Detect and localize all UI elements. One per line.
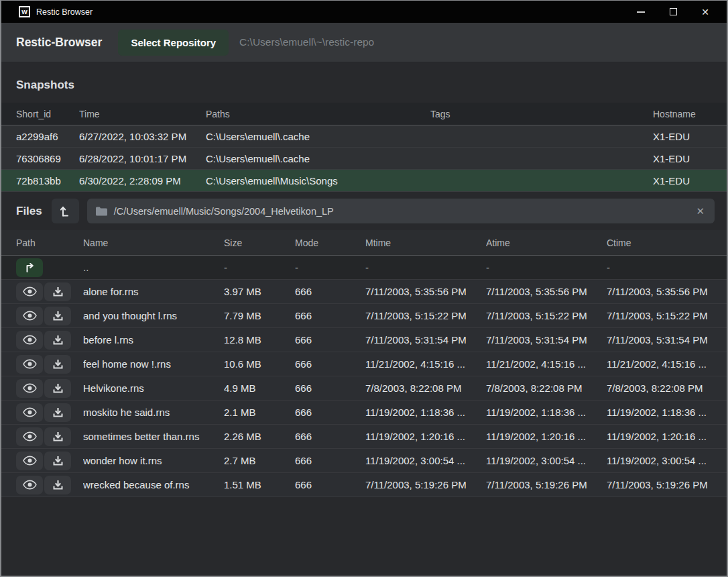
file-mode: 666 — [295, 455, 365, 466]
file-size: 3.97 MB — [224, 286, 295, 297]
snapshot-hostname: X1-EDU — [653, 153, 715, 164]
file-size: 12.8 MB — [224, 334, 295, 346]
file-actions — [16, 282, 83, 301]
file-mtime: 7/11/2003, 5:35:56 PM — [365, 286, 486, 297]
file-mtime: 11/19/2002, 3:00:54 ... — [365, 455, 486, 466]
preview-file-button[interactable] — [16, 452, 43, 470]
file-actions — [16, 427, 83, 446]
go-to-root-button[interactable] — [52, 199, 79, 223]
download-file-button[interactable] — [44, 476, 71, 494]
clear-path-button[interactable]: ✕ — [694, 205, 706, 217]
preview-file-button[interactable] — [16, 282, 43, 301]
file-atime: 11/21/2002, 4:15:16 ... — [486, 358, 607, 370]
download-file-button[interactable] — [44, 307, 71, 325]
file-ctime: 7/11/2003, 5:35:56 PM — [607, 286, 715, 297]
file-name: Helvikone.rns — [83, 382, 224, 394]
eye-icon — [23, 311, 37, 321]
file-mtime: 11/19/2002, 1:18:36 ... — [365, 407, 486, 418]
file-actions — [16, 379, 83, 398]
repository-path-text: C:\Users\emuell\~\restic-repo — [239, 36, 374, 48]
download-file-button[interactable] — [44, 355, 71, 374]
snapshot-short_id: a2299af6 — [16, 131, 79, 142]
download-icon — [53, 335, 63, 345]
file-mtime: 7/11/2003, 5:15:22 PM — [365, 310, 486, 321]
file-atime: 7/8/2003, 8:22:08 PM — [486, 382, 607, 394]
close-button[interactable]: ✕ — [689, 1, 721, 23]
file-row[interactable]: moskito he said.rns 2.1 MB 666 11/19/200… — [1, 401, 727, 425]
file-row[interactable]: and you thought l.rns 7.79 MB 666 7/11/2… — [1, 304, 727, 328]
file-row[interactable]: wonder how it.rns 2.7 MB 666 11/19/2002,… — [1, 449, 727, 473]
files-table-body: .. - - - - - alone for.rns 3.97 MB 6 — [1, 256, 727, 497]
file-atime: - — [486, 262, 607, 273]
file-mode: 666 — [295, 358, 365, 370]
preview-file-button[interactable] — [16, 403, 43, 422]
files-column-ctime: Ctime — [607, 238, 715, 248]
file-actions — [16, 403, 83, 422]
download-file-button[interactable] — [44, 452, 71, 470]
snapshot-time: 6/30/2022, 2:28:09 PM — [79, 175, 206, 187]
file-row[interactable]: before l.rns 12.8 MB 666 7/11/2003, 5:31… — [1, 328, 727, 352]
parent-directory-row[interactable]: .. - - - - - — [1, 256, 727, 280]
maximize-button[interactable] — [657, 1, 689, 23]
file-size: 2.7 MB — [224, 455, 295, 466]
download-file-button[interactable] — [44, 282, 71, 301]
file-row[interactable]: Helvikone.rns 4.9 MB 666 7/8/2003, 8:22:… — [1, 376, 727, 401]
file-mode: 666 — [295, 382, 365, 394]
snapshot-short_id: 72b813bb — [16, 175, 79, 187]
preview-file-button[interactable] — [16, 476, 43, 494]
file-row[interactable]: sometimes better than.rns 2.26 MB 666 11… — [1, 425, 727, 449]
close-icon: ✕ — [701, 7, 709, 17]
app-logo-icon: W — [19, 6, 30, 17]
files-section-title: Files — [16, 205, 42, 218]
snapshot-row[interactable]: 72b813bb6/30/2022, 2:28:09 PMC:\Users\em… — [1, 170, 727, 192]
download-file-button[interactable] — [44, 331, 71, 350]
file-row[interactable]: wrecked because of.rns 1.51 MB 666 7/11/… — [1, 473, 727, 497]
snapshots-column-tags: Tags — [430, 109, 653, 119]
file-name: alone for.rns — [83, 286, 224, 297]
download-icon — [53, 287, 63, 297]
file-mode: 666 — [295, 334, 365, 346]
snapshot-hostname: X1-EDU — [653, 131, 715, 142]
files-column-name: Name — [83, 238, 224, 248]
go-up-button[interactable] — [16, 258, 43, 277]
titlebar: W Restic Browser ✕ — [1, 1, 727, 23]
window-title: Restic Browser — [36, 7, 93, 17]
download-icon — [53, 408, 63, 417]
preview-file-button[interactable] — [16, 307, 43, 325]
select-repository-button[interactable]: Select Repository — [118, 30, 229, 56]
file-actions — [16, 307, 83, 325]
file-atime: 11/19/2002, 3:00:54 ... — [486, 455, 607, 466]
snapshot-paths: C:\Users\emuell\Music\Songs — [206, 175, 430, 187]
preview-file-button[interactable] — [16, 355, 43, 374]
download-file-button[interactable] — [44, 427, 71, 446]
snapshots-column-time: Time — [79, 109, 206, 119]
current-path-bar[interactable]: /C/Users/emuell/Music/Songs/2004_Helveti… — [87, 199, 715, 223]
file-size: 10.6 MB — [224, 358, 295, 370]
files-column-path: Path — [16, 238, 83, 248]
preview-file-button[interactable] — [16, 427, 43, 446]
file-mtime: 11/21/2002, 4:15:16 ... — [365, 358, 486, 370]
eye-icon — [23, 335, 37, 345]
download-file-button[interactable] — [44, 403, 71, 422]
empty-area — [1, 497, 727, 576]
file-name: .. — [83, 262, 224, 273]
file-name: before l.rns — [83, 334, 224, 346]
files-column-size: Size — [224, 238, 295, 248]
minimize-button[interactable] — [625, 1, 657, 23]
arrow-up-from-line-icon — [60, 205, 70, 217]
preview-file-button[interactable] — [16, 331, 43, 350]
download-file-button[interactable] — [44, 379, 71, 398]
file-atime: 7/11/2003, 5:35:56 PM — [486, 286, 607, 297]
file-name: and you thought l.rns — [83, 310, 224, 321]
preview-file-button[interactable] — [16, 379, 43, 398]
snapshot-time: 6/28/2022, 10:01:17 PM — [79, 153, 206, 164]
snapshot-paths: C:\Users\emuell\.cache — [206, 131, 430, 142]
file-size: - — [224, 262, 295, 273]
current-path-text: /C/Users/emuell/Music/Songs/2004_Helveti… — [114, 206, 334, 217]
snapshot-row[interactable]: a2299af66/27/2022, 10:03:32 PMC:\Users\e… — [1, 125, 727, 148]
snapshot-row[interactable]: 763068696/28/2022, 10:01:17 PMC:\Users\e… — [1, 148, 727, 170]
file-row[interactable]: alone for.rns 3.97 MB 666 7/11/2003, 5:3… — [1, 280, 727, 304]
file-size: 1.51 MB — [224, 479, 295, 490]
download-icon — [53, 384, 63, 393]
file-row[interactable]: feel home now !.rns 10.6 MB 666 11/21/20… — [1, 352, 727, 376]
